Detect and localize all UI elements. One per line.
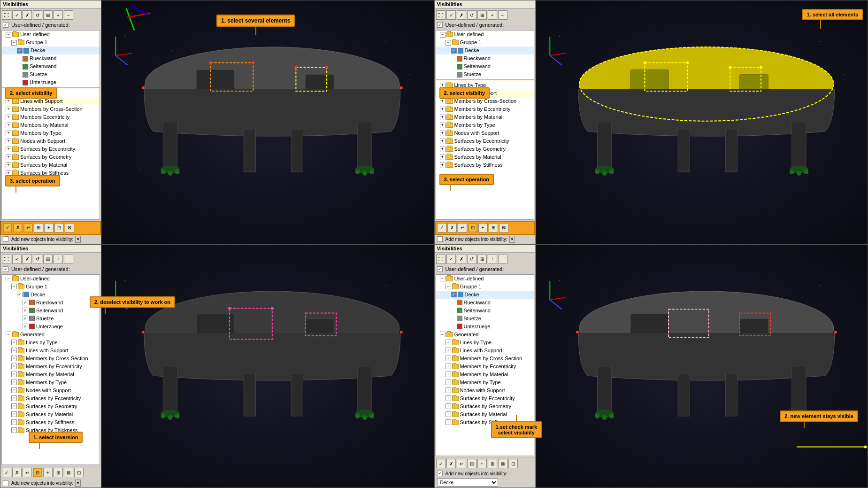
expand-surfgeom-1[interactable]: + [6, 155, 11, 160]
tree-nodessupport-1[interactable]: + Nodes with Support [2, 137, 100, 145]
tree-surfgeom-1[interactable]: + Surfaces by Geometry [2, 153, 100, 161]
op-btn-3-7[interactable]: ⊠ [64, 468, 73, 477]
btn-3-6[interactable]: + [54, 255, 63, 264]
btn-4-7[interactable]: − [498, 255, 507, 264]
expand-3-linetype[interactable]: + [11, 340, 17, 345]
check-add-1[interactable] [3, 236, 8, 242]
expand-4-surfgeom[interactable]: + [446, 403, 451, 409]
expand-2-gruppe[interactable]: − [446, 40, 451, 46]
expand-2-memberecc[interactable]: + [440, 107, 446, 112]
btn-grid-1[interactable]: ⊞ [43, 10, 53, 20]
tree-2-stuetze[interactable]: Stuetze [436, 70, 534, 78]
check-3-rueckwand[interactable] [23, 300, 28, 305]
op-btn-4-4[interactable]: ⊟ [467, 459, 476, 468]
btn-3-2[interactable]: ✓ [12, 255, 22, 264]
expand-4-1[interactable]: − [440, 276, 446, 281]
tree-2-surfecc[interactable]: + Surfaces by Eccentricity [436, 137, 534, 145]
tree-surfmat-1[interactable]: + Surfaces by Material [2, 161, 100, 169]
tree-3-generated[interactable]: − Generated [2, 331, 100, 339]
tree-3-decke[interactable]: Decke [2, 291, 100, 299]
tree-2-surfmat[interactable]: + Surfaces by Material [436, 153, 534, 161]
expand-4-memberscross[interactable]: + [446, 356, 451, 361]
tree-2-memberstype[interactable]: + Members by Type [436, 121, 534, 129]
expand-4-membermat[interactable]: + [446, 372, 451, 377]
expand-4-nodessupport[interactable]: + [446, 387, 451, 393]
expand-3-memberstype[interactable]: + [11, 380, 17, 385]
op-btn-3-2[interactable]: ✗ [12, 468, 22, 477]
op-btn-2-5[interactable]: + [478, 223, 488, 232]
btn-2-7[interactable]: − [498, 10, 507, 20]
op-btn-5[interactable]: + [44, 223, 54, 232]
tree-3-gruppe[interactable]: − Gruppe 1 [2, 283, 100, 291]
tree-surfecc-1[interactable]: + Surfaces by Eccentricity [2, 145, 100, 153]
expand-3-surfecc[interactable]: + [11, 395, 17, 401]
expand-4-gruppe[interactable]: − [446, 284, 451, 289]
checkbox-user-3[interactable] [3, 266, 8, 272]
btn-2-6[interactable]: + [488, 10, 497, 20]
dropdown-select-4[interactable]: Decke [437, 478, 498, 487]
checkbox-user-4[interactable] [437, 266, 443, 272]
expand-nodessupport-1[interactable]: + [6, 139, 11, 144]
tree-4-gruppe[interactable]: − Gruppe 1 [436, 283, 534, 291]
check-3-decke[interactable] [17, 292, 23, 297]
tree-3-linessupport[interactable]: + Lines with Support [2, 347, 100, 355]
btn-add-1[interactable]: + [54, 10, 63, 20]
expand-4-linetype[interactable]: + [446, 340, 451, 345]
tree-4-surfgeom[interactable]: + Surfaces by Geometry [436, 403, 534, 411]
op-btn-2-1[interactable]: ✓ [437, 223, 446, 232]
expand-2-nodessupport[interactable]: + [440, 131, 446, 136]
tree-4-surfecc[interactable]: + Surfaces by Eccentricity [436, 395, 534, 403]
tree-2-gruppe[interactable]: − Gruppe 1 [436, 39, 534, 46]
op-btn-1[interactable]: ✓ [3, 223, 12, 232]
expand-3-surfgeom[interactable]: + [11, 403, 17, 409]
expand-2-memberscross[interactable]: + [440, 99, 446, 104]
dropdown-3[interactable]: ▼ [75, 480, 81, 487]
op-btn-4-7[interactable]: ⊠ [498, 459, 507, 468]
expand-1[interactable]: − [6, 32, 11, 38]
expand-2-membermat[interactable]: + [440, 115, 446, 120]
expand-4-surfstiff[interactable]: + [446, 419, 451, 425]
op-btn-7[interactable]: ⊠ [65, 223, 74, 232]
tree-2-surfgeom[interactable]: + Surfaces by Geometry [436, 145, 534, 153]
btn-2-1[interactable]: ⛶ [436, 10, 446, 20]
tree-4-unterzuege[interactable]: Unterzuege [436, 323, 534, 331]
expand-3-surfthick[interactable]: + [11, 427, 17, 433]
op-btn-3-5[interactable]: + [43, 468, 53, 477]
tree-4-memberecc[interactable]: + Members by Eccentricity [436, 363, 534, 371]
op-btn-2-3[interactable]: ↩ [458, 223, 467, 232]
tree-4-memberstype[interactable]: + Members by Type [436, 379, 534, 387]
expand-3-membermat[interactable]: + [11, 372, 17, 377]
expand-4-memberstype[interactable]: + [446, 380, 451, 385]
tree-4-linessupport[interactable]: + Lines with Support [436, 347, 534, 355]
expand-2-surfmat[interactable]: + [440, 155, 446, 160]
tree-memberscross-1[interactable]: + Members by Cross-Section [2, 105, 100, 113]
tree-2-rueckwand[interactable]: Rueckwand [436, 54, 534, 62]
expand-2-surfecc[interactable]: + [440, 139, 446, 144]
expand-4-linessupport[interactable]: + [446, 348, 451, 353]
dropdown-2[interactable]: ▼ [509, 236, 515, 243]
tree-4-surfmat[interactable]: + Surfaces by Material [436, 411, 534, 418]
tree-3-memberstype[interactable]: + Members by Type [2, 379, 100, 387]
btn-2-3[interactable]: ✗ [457, 10, 466, 20]
tree-4-root[interactable]: − User-defined [436, 275, 534, 283]
btn-2-2[interactable]: ✓ [446, 10, 456, 20]
btn-x-1[interactable]: ✗ [23, 10, 32, 20]
expand-2-1[interactable]: − [440, 32, 446, 38]
expand-memberecc-1[interactable]: + [6, 115, 11, 120]
tree-3-surfmat[interactable]: + Surfaces by Material [2, 411, 100, 418]
expand-4-memberecc[interactable]: + [446, 364, 451, 369]
btn-check-1[interactable]: ✓ [12, 10, 22, 20]
expand-3-memberscross[interactable]: + [11, 356, 17, 361]
tree-4-stuetze[interactable]: Stuetze [436, 315, 534, 323]
op-btn-4-6[interactable]: ⊞ [488, 459, 497, 468]
op-btn-3[interactable]: ↩ [23, 223, 33, 232]
btn-arrow-1[interactable]: ↺ [33, 10, 42, 20]
tree-3-surfgeom[interactable]: + Surfaces by Geometry [2, 403, 100, 411]
tree-3-surfecc[interactable]: + Surfaces by Eccentricity [2, 395, 100, 403]
tree-rueckwand-1[interactable]: Rueckwand [2, 54, 100, 62]
check-add-4[interactable] [437, 471, 443, 476]
tree-3-linetype[interactable]: + Lines by Type [2, 339, 100, 347]
op-btn-4[interactable]: ⊞ [34, 223, 43, 232]
tree-3-membermat[interactable]: + Members by Material [2, 371, 100, 379]
check-3-unterzuege[interactable] [23, 324, 28, 329]
